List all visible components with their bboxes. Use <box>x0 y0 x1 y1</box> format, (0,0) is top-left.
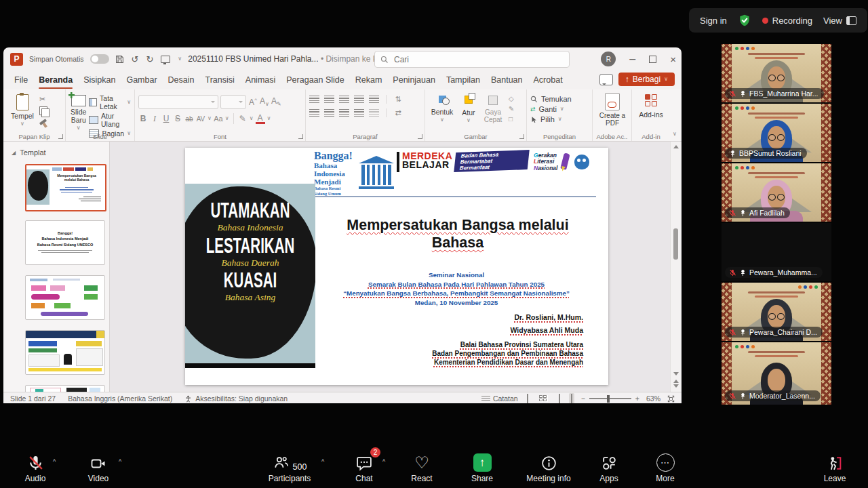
replace-button[interactable]: ⇄ Ganti ∨ <box>530 105 589 113</box>
share-document-button[interactable]: ↑ Berbagi ∨ <box>618 73 675 86</box>
normal-view-button[interactable] <box>525 393 530 403</box>
more-button[interactable]: ⋯ More <box>637 451 694 483</box>
next-slide-icon[interactable] <box>673 384 679 388</box>
text-effects-button[interactable]: AV <box>196 115 205 123</box>
slide-thumbnail-5[interactable]: 5 <box>25 385 105 392</box>
arrange-button[interactable]: Atur ∨ <box>458 93 479 131</box>
participant-tile[interactable]: FBS_Muharrina Har... <box>722 44 831 102</box>
notes-toggle[interactable]: Catatan <box>481 394 518 403</box>
decrease-indent-icon[interactable] <box>339 96 349 103</box>
participants-button[interactable]: 500 Participants <box>256 451 323 483</box>
meeting-info-button[interactable]: Meeting info <box>518 451 579 483</box>
participant-tile[interactable]: Pewara_Muhamma... <box>722 223 831 281</box>
chat-options-caret[interactable]: ^ <box>382 458 385 465</box>
redo-icon[interactable]: ↻ <box>146 54 153 64</box>
grow-font-icon[interactable]: A^ <box>248 98 258 107</box>
reading-view-button[interactable] <box>557 393 562 403</box>
accessibility-status[interactable]: Aksesibilitas: Siap digunakan <box>184 394 288 403</box>
change-case-button[interactable]: Aa <box>214 115 223 123</box>
increase-indent-icon[interactable] <box>354 96 364 103</box>
quick-styles-button[interactable]: Gaya Cepat <box>481 93 505 131</box>
tab-tampilan[interactable]: Tampilan <box>441 73 486 87</box>
highlight-button[interactable]: ✎ <box>238 114 248 123</box>
slide-thumbnail-3[interactable]: 3 <box>25 275 105 320</box>
tab-gambar[interactable]: Gambar <box>121 73 162 87</box>
chat-button[interactable]: 2 Chat <box>336 451 393 483</box>
react-button[interactable]: ♡ React <box>393 451 450 483</box>
align-right-icon[interactable] <box>339 109 349 117</box>
vertical-scrollbar[interactable] <box>670 142 682 392</box>
bullets-icon[interactable] <box>309 96 319 103</box>
select-button[interactable]: Pilih ∨ <box>530 115 589 123</box>
italic-button[interactable]: I <box>150 114 159 124</box>
account-avatar[interactable]: R <box>601 52 616 66</box>
scroll-down-icon[interactable] <box>673 372 679 375</box>
tab-rekam[interactable]: Rekam <box>350 73 388 87</box>
shapes-button[interactable]: Bentuk ∨ <box>429 93 456 131</box>
underline-button[interactable]: U <box>161 114 171 123</box>
tab-acrobat[interactable]: Acrobat <box>528 73 568 87</box>
layout-button[interactable]: Tata Letak∨ <box>89 94 131 110</box>
tab-sisipkan[interactable]: Sisipkan <box>78 73 121 87</box>
find-button[interactable]: Temukan <box>530 95 589 103</box>
slideshow-view-button[interactable] <box>569 393 574 403</box>
align-center-icon[interactable] <box>324 109 334 117</box>
view-button[interactable]: View <box>823 16 856 26</box>
format-painter-icon[interactable] <box>39 119 47 125</box>
reset-button[interactable]: Atur Ulang <box>89 112 131 128</box>
participant-tile[interactable]: BBPSumut Rosliani <box>722 104 831 162</box>
slide-thumbnail-2[interactable]: 2 Bangga! Bahasa Indonesia Menjadi Bahas… <box>25 220 105 265</box>
numbering-icon[interactable] <box>324 96 334 103</box>
utamakan-poster-image[interactable]: UTAMAKAN Bahasa Indonesia LESTARIKAN Bah… <box>185 184 315 368</box>
tab-animasi[interactable]: Animasi <box>240 73 281 87</box>
font-size-combo[interactable] <box>220 95 246 109</box>
drawing-dialog-launcher[interactable] <box>519 134 524 139</box>
recording-indicator[interactable]: Recording <box>762 16 812 26</box>
copy-icon[interactable] <box>39 106 47 115</box>
zoom-in-icon[interactable]: + <box>635 394 639 403</box>
char-spacing-button[interactable]: ab <box>184 115 194 123</box>
addins-button[interactable]: Add-ins <box>635 93 667 119</box>
maximize-button[interactable] <box>649 56 656 63</box>
create-pdf-button[interactable]: Create a PDF <box>596 93 629 127</box>
share-button[interactable]: ↑ Share <box>454 451 511 483</box>
zoom-slider-thumb[interactable] <box>607 395 610 403</box>
powerpoint-app-icon[interactable]: P <box>10 53 23 66</box>
shape-outline-icon[interactable]: ✎ <box>509 105 514 113</box>
tab-peragaan-slide[interactable]: Peragaan Slide <box>281 73 349 87</box>
close-button[interactable]: × <box>670 54 676 65</box>
minimize-button[interactable]: – <box>629 53 635 65</box>
previous-slide-icon[interactable] <box>673 380 679 383</box>
audio-options-caret[interactable]: ^ <box>53 458 56 465</box>
slide-counter[interactable]: Slide 1 dari 27 <box>10 394 56 403</box>
shrink-font-icon[interactable]: A∨ <box>260 96 269 107</box>
qat-caret-icon[interactable]: ∨ <box>178 56 182 62</box>
autosave-toggle[interactable] <box>90 54 109 64</box>
font-name-combo[interactable] <box>138 95 218 109</box>
new-slide-button[interactable]: Slide Baru ∨ <box>69 93 87 131</box>
participant-tile[interactable]: Afi Fadlilah <box>722 163 831 222</box>
present-icon[interactable] <box>161 56 170 63</box>
paragraph-dialog-launcher[interactable] <box>418 134 422 139</box>
participant-tile[interactable]: Moderator_Lasenn... <box>722 342 831 405</box>
collapse-ribbon-icon[interactable]: ∨ <box>673 131 677 137</box>
video-options-caret[interactable]: ^ <box>119 458 121 465</box>
shape-effects-icon[interactable]: □ <box>509 115 514 123</box>
paste-button[interactable]: Tempel ∨ <box>7 93 38 131</box>
video-button[interactable]: Video <box>70 451 127 483</box>
save-icon[interactable] <box>115 55 124 64</box>
slide-subtitle[interactable]: Seminar Nasional Semarak Bulan Bahasa Pa… <box>321 270 592 308</box>
line-spacing-icon[interactable] <box>369 96 379 103</box>
participants-options-caret[interactable]: ^ <box>321 458 324 465</box>
slide-canvas[interactable]: Bangga! Bahasa Indonesia Menjadi Bahasa … <box>109 142 671 392</box>
slide-editor[interactable]: Bangga! Bahasa Indonesia Menjadi Bahasa … <box>185 148 608 385</box>
zoom-slider[interactable]: − + <box>581 394 639 403</box>
cut-icon[interactable]: ✂ <box>39 95 47 104</box>
undo-icon[interactable]: ↺ <box>132 54 139 64</box>
comments-icon[interactable] <box>599 74 613 85</box>
align-left-icon[interactable] <box>309 109 319 117</box>
text-direction-icon[interactable]: ⇅ <box>393 95 403 104</box>
tab-bantuan[interactable]: Bantuan <box>486 73 528 87</box>
strikethrough-button[interactable]: S <box>173 114 182 123</box>
tab-peninjauan[interactable]: Peninjauan <box>387 73 441 87</box>
